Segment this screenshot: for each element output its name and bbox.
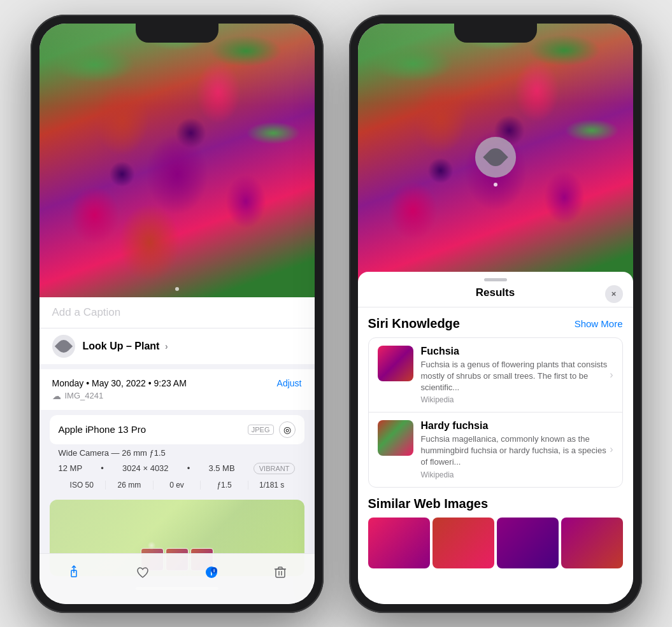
right-phone-screen: Results × Siri Knowledge Show More <box>358 24 633 604</box>
file-size: 3.5 MB <box>208 463 234 473</box>
notch-right <box>454 24 537 43</box>
lookup-label-text: Look Up <box>83 341 124 351</box>
lookup-dash: – <box>126 341 134 351</box>
device-section: Apple iPhone 13 Pro JPEG ◎ Wide Camera —… <box>50 415 304 495</box>
notch <box>136 24 218 43</box>
fuchsia-source: Wikipedia <box>421 395 613 404</box>
fuchsia-title: Fuchsia <box>421 346 613 357</box>
spacer-dot: • <box>101 463 104 473</box>
fuchsia-chevron-icon: › <box>610 369 613 381</box>
filter-badge: VIBRANT <box>254 463 296 474</box>
lookup-chevron-icon: › <box>165 341 168 351</box>
lookup-label: Look Up – Plant › <box>83 341 168 352</box>
home-indicator-right <box>454 587 537 590</box>
similar-image-4[interactable] <box>561 518 623 568</box>
format-badge: JPEG <box>248 425 274 435</box>
caption-placeholder: Add a Caption <box>52 306 121 318</box>
camera-settings-icon[interactable]: ◎ <box>279 421 296 438</box>
spec-row: 12 MP • 3024 × 4032 • 3.5 MB VIBRANT <box>50 460 304 477</box>
lookup-type: Plant <box>134 341 159 351</box>
photo-date: Monday • May 30, 2022 • 9:23 AM <box>52 378 187 388</box>
aperture-value: ƒ1.5 <box>201 481 248 490</box>
filename: IMG_4241 <box>65 391 104 400</box>
badge-row: JPEG ◎ <box>248 421 296 438</box>
info-button[interactable]: i i <box>197 558 225 586</box>
siri-visual-search-badge[interactable] <box>475 137 516 178</box>
fuchsia-thumbnail <box>378 346 413 381</box>
flower-photo-left[interactable] <box>39 24 315 297</box>
similar-images-grid <box>368 518 623 568</box>
knowledge-card: Fuchsia Fuchsia is a genus of flowering … <box>368 337 623 488</box>
focal-value: 26 mm <box>106 481 154 490</box>
similar-image-3[interactable] <box>497 518 559 568</box>
resolution: 3024 × 4032 <box>122 463 169 473</box>
siri-leaf-icon <box>483 144 508 170</box>
right-phone-frame: Results × Siri Knowledge Show More <box>349 15 642 613</box>
lookup-icon <box>52 335 75 358</box>
siri-dot <box>494 183 497 187</box>
results-content: Siri Knowledge Show More Fuchsia Fuchsia… <box>358 307 633 595</box>
flower-photo-right <box>358 24 633 291</box>
siri-knowledge-title: Siri Knowledge <box>368 316 460 331</box>
hardy-fuchsia-description: Fuchsia magellanica, commonly known as t… <box>421 433 613 468</box>
hardy-fuchsia-content: Hardy fuchsia Fuchsia magellanica, commo… <box>421 420 613 479</box>
results-title: Results <box>476 286 515 299</box>
camera-spec: Wide Camera — 26 mm ƒ1.5 <box>50 444 304 460</box>
close-button[interactable]: × <box>605 285 623 303</box>
svg-rect-5 <box>276 569 285 577</box>
adjust-button[interactable]: Adjust <box>277 378 302 388</box>
similar-title: Similar Web Images <box>368 497 489 511</box>
sheet-header: Results × <box>358 281 633 307</box>
iso-value: ISO 50 <box>59 481 106 490</box>
exif-row: ISO 50 26 mm 0 ev ƒ1.5 1/181 s <box>50 477 304 495</box>
knowledge-item-fuchsia[interactable]: Fuchsia Fuchsia is a genus of flowering … <box>369 338 622 412</box>
device-row: Apple iPhone 13 Pro JPEG ◎ <box>50 415 304 444</box>
favorite-button[interactable] <box>129 558 157 586</box>
siri-knowledge-header: Siri Knowledge Show More <box>368 316 623 331</box>
fuchsia-description: Fuchsia is a genus of flowering plants t… <box>421 359 613 394</box>
file-info: ☁ IMG_4241 <box>52 391 302 401</box>
camera-lens: Wide Camera — 26 mm ƒ1.5 <box>59 448 166 458</box>
leaf-icon <box>54 337 72 355</box>
show-more-button[interactable]: Show More <box>575 318 623 329</box>
similar-image-2[interactable] <box>433 518 494 568</box>
similar-image-1[interactable] <box>368 518 430 568</box>
left-phone-screen: Add a Caption Look Up – Plant › Monday •… <box>39 24 315 604</box>
similar-header: Similar Web Images <box>368 497 623 511</box>
svg-text:i: i <box>213 568 214 574</box>
knowledge-item-hardy-fuchsia[interactable]: Hardy fuchsia Fuchsia magellanica, commo… <box>369 412 622 487</box>
cloud-icon: ☁ <box>52 391 61 401</box>
results-sheet: Results × Siri Knowledge Show More <box>358 272 633 604</box>
share-button[interactable] <box>60 558 88 586</box>
caption-area[interactable]: Add a Caption <box>39 297 315 328</box>
megapixels: 12 MP <box>59 463 83 473</box>
svg-rect-7 <box>278 567 282 569</box>
spacer-dot2: • <box>187 463 190 473</box>
lookup-row[interactable]: Look Up – Plant › <box>39 328 315 364</box>
left-phone-frame: Add a Caption Look Up – Plant › Monday •… <box>31 15 324 613</box>
similar-images-section: Similar Web Images <box>368 497 623 568</box>
hardy-fuchsia-title: Hardy fuchsia <box>421 420 613 432</box>
fuchsia-content: Fuchsia Fuchsia is a genus of flowering … <box>421 346 613 405</box>
info-row: Monday • May 30, 2022 • 9:23 AM Adjust <box>52 378 302 388</box>
hardy-fuchsia-chevron-icon: › <box>610 444 613 455</box>
home-indicator <box>136 587 218 590</box>
bottom-toolbar: i i <box>39 553 315 604</box>
info-section: Monday • May 30, 2022 • 9:23 AM Adjust ☁… <box>39 369 315 410</box>
hardy-fuchsia-source: Wikipedia <box>421 470 613 479</box>
device-name: Apple iPhone 13 Pro <box>59 424 147 435</box>
shutter-value: 1/181 s <box>248 481 296 490</box>
delete-button[interactable] <box>266 558 294 586</box>
page-dot <box>175 287 179 291</box>
ev-value: 0 ev <box>154 481 201 490</box>
hardy-fuchsia-thumbnail <box>378 420 413 456</box>
